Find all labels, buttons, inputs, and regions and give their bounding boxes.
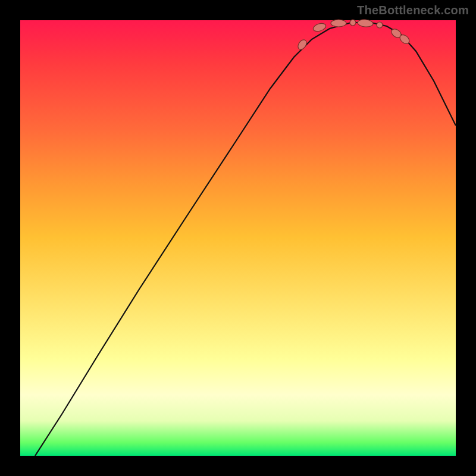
chart-svg (20, 20, 456, 456)
plot-area (20, 20, 456, 456)
data-marker (377, 22, 383, 28)
data-marker (331, 20, 346, 27)
data-marker (350, 20, 356, 26)
watermark-text: TheBottleneck.com (357, 4, 469, 17)
data-marker (296, 38, 308, 51)
marker-group (296, 19, 411, 51)
chart-frame: TheBottleneck.com (0, 0, 476, 476)
bottleneck-curve (35, 23, 456, 456)
data-marker (358, 19, 374, 27)
